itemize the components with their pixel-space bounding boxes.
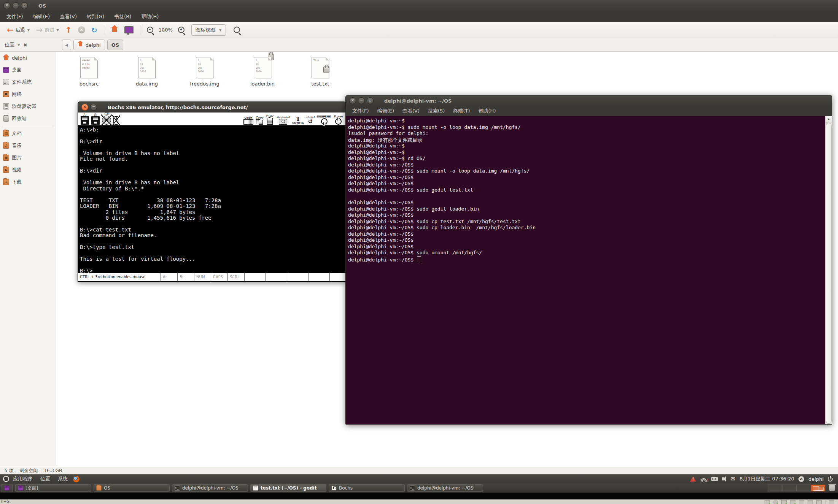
sidebar-item-delphi[interactable]: delphi (0, 52, 56, 64)
file-item-bochsrc[interactable]: ##### # Con #####bochsrc (60, 57, 118, 87)
bochs-reset-button[interactable]: Reset↺ (306, 116, 315, 125)
view-mode-dropdown[interactable]: 图标视图 ▼ (191, 24, 226, 36)
zoom-in-button[interactable]: + (176, 25, 187, 34)
home-button[interactable] (108, 25, 121, 35)
stop-button[interactable]: ✕ (76, 25, 87, 35)
bochs-paste-button[interactable]: Paste (266, 115, 274, 125)
usb-status-icon[interactable] (816, 500, 822, 504)
workspace-cell-3[interactable] (797, 485, 811, 491)
panel-menu-1[interactable]: 位置 (37, 474, 54, 483)
user-menu[interactable]: delphi (808, 476, 824, 482)
taskbar-window-button[interactable]: OS (94, 484, 170, 492)
bochs-floppy-b-button[interactable]: B: (91, 113, 100, 125)
terminal-menu-item[interactable]: 终端(T) (449, 106, 474, 116)
taskbar-window-button[interactable]: [桌面] (15, 484, 91, 492)
terminal-menu-item[interactable]: 搜索(S) (424, 106, 449, 116)
search-button[interactable] (231, 25, 242, 34)
sidebar-item-视频[interactable]: ▶视频 (0, 164, 56, 176)
back-button[interactable]: ← 后退 ▼ (5, 25, 32, 35)
clock[interactable]: 8月1日星期二 07:36:20 (739, 475, 794, 482)
minimize-icon[interactable]: − (358, 97, 365, 104)
bochs-floppy-a-button[interactable]: A: (81, 113, 89, 125)
menu-item[interactable]: 查看(V) (55, 11, 82, 22)
bochs-config-button[interactable]: TCONFIG (292, 116, 304, 125)
harddisk-status-icon[interactable] (765, 500, 770, 504)
sound-status-icon[interactable] (808, 500, 813, 504)
show-desktop-button[interactable] (1, 484, 13, 492)
sidebar-item-网络[interactable]: 网络 (0, 88, 56, 100)
sidebar-item-文件系统[interactable]: 文件系统 (0, 76, 56, 88)
minimize-icon[interactable]: − (90, 104, 97, 111)
back-dropdown-icon[interactable]: ▼ (27, 28, 30, 32)
bochs-titlebar[interactable]: × − Bochs x86 emulator, http://bochs.sou… (78, 102, 346, 113)
terminal-menu-item[interactable]: 帮助(H) (474, 106, 500, 116)
scroll-up-icon[interactable]: ▲ (825, 116, 832, 122)
bochs-snapshot-button[interactable]: snapshot (276, 116, 290, 125)
printer-status-icon[interactable] (799, 500, 804, 504)
refresh-button[interactable]: ↻ (89, 25, 100, 35)
minimize-icon[interactable]: − (12, 2, 19, 9)
workspace-cell-4[interactable] (811, 485, 825, 491)
sidebar-item-桌面[interactable]: 桌面 (0, 64, 56, 76)
sidebar-item-文档[interactable]: ▤文档 (0, 127, 56, 139)
breadcrumb-current-button[interactable]: OS (107, 40, 123, 50)
close-icon[interactable]: × (349, 97, 356, 104)
messages-indicator-icon[interactable]: ✉ (730, 476, 735, 482)
close-sidebar-icon[interactable]: ✖ (23, 42, 27, 48)
floppy-status-icon[interactable] (781, 500, 787, 504)
forward-dropdown-icon[interactable]: ▼ (56, 28, 59, 32)
file-item-test.txt[interactable]: Thistest.txt (292, 57, 349, 87)
breadcrumb-home-button[interactable]: delphi (73, 40, 105, 50)
taskbar-window-button[interactable]: delphi@delphi-vm: ~/OS (407, 484, 483, 492)
menu-item[interactable]: 书签(B) (109, 11, 136, 22)
terminal-scrollbar[interactable]: ▲ (825, 116, 832, 424)
workspace-cell-1[interactable] (768, 485, 782, 491)
file-manager-titlebar[interactable]: × − ▫ OS (0, 0, 838, 11)
bochs-power-button[interactable]: Power (334, 115, 343, 125)
sidebar-item-音乐[interactable]: ♪音乐 (0, 139, 56, 152)
workspace-cell-2[interactable] (782, 485, 797, 491)
bochs-cdrom-button[interactable]: CD (102, 113, 111, 125)
places-dropdown-icon[interactable]: ▼ (17, 43, 20, 47)
close-icon[interactable]: × (3, 2, 10, 9)
menu-item[interactable]: 帮助(H) (136, 11, 164, 22)
bochs-suspend-button[interactable]: SUSPEND (317, 115, 331, 125)
up-button[interactable]: ↑ (63, 25, 74, 35)
computer-button[interactable] (122, 25, 136, 35)
session-power-icon[interactable] (828, 477, 833, 482)
network-indicator-icon[interactable] (700, 477, 707, 482)
maximize-icon[interactable]: ▫ (21, 2, 28, 9)
breadcrumb-scroll-left-button[interactable]: ◀ (62, 40, 71, 50)
terminal-titlebar[interactable]: × − ▫ delphi@delphi-vm: ~/OS (346, 95, 832, 106)
keyboard-indicator-icon[interactable] (711, 477, 718, 481)
terminal-output[interactable]: delphi@delphi-vm:~$delphi@delphi-vm:~$ s… (346, 116, 825, 424)
message-log-icon[interactable] (829, 500, 834, 504)
sidebar-item-下载[interactable]: ↓下载 (0, 176, 56, 188)
taskbar-window-button[interactable]: delphi@delphi-vm: ~/OS (172, 484, 248, 492)
menu-item[interactable]: 编辑(E) (28, 11, 55, 22)
maximize-icon[interactable]: ▫ (367, 97, 374, 104)
file-item-data.img[interactable]: 1 10 101 1010data.img (118, 57, 175, 87)
forward-button[interactable]: → 前进 ▼ (34, 25, 62, 35)
close-icon[interactable]: × (81, 104, 88, 111)
taskbar-window-button[interactable]: Bochs (329, 484, 405, 492)
cdrom-status-icon[interactable] (773, 500, 778, 504)
panel-menu-2[interactable]: 系统 (54, 474, 72, 483)
sidebar-item-图片[interactable]: ▣图片 (0, 152, 56, 164)
terminal-menu-item[interactable]: 文件(F) (348, 106, 373, 116)
taskbar-window-button[interactable]: test.txt (~/OS) - gedit (250, 484, 326, 492)
sidebar-item-软盘驱动器[interactable]: 软盘驱动器 (0, 100, 56, 113)
trash-icon[interactable] (829, 485, 835, 491)
bochs-guest-screen[interactable]: A:\>b:B:\>dir Volume in drive B has no l… (78, 126, 346, 273)
menu-item[interactable]: 转到(G) (82, 11, 109, 22)
zoom-out-button[interactable]: − (145, 25, 156, 34)
network-status-icon[interactable] (790, 500, 795, 504)
warning-indicator-icon[interactable] (690, 476, 696, 482)
bochs-copy-button[interactable]: Copy (256, 116, 264, 125)
ubuntu-logo-icon[interactable] (3, 476, 9, 482)
scrollbar-thumb[interactable] (826, 123, 832, 424)
menu-item[interactable]: 文件(F) (2, 11, 28, 22)
terminal-menu-item[interactable]: 编辑(E) (373, 106, 398, 116)
file-item-loader.bin[interactable]: 1 10 101 1010loader.bin (234, 57, 291, 87)
bochs-user-button[interactable]: USER (243, 116, 253, 125)
